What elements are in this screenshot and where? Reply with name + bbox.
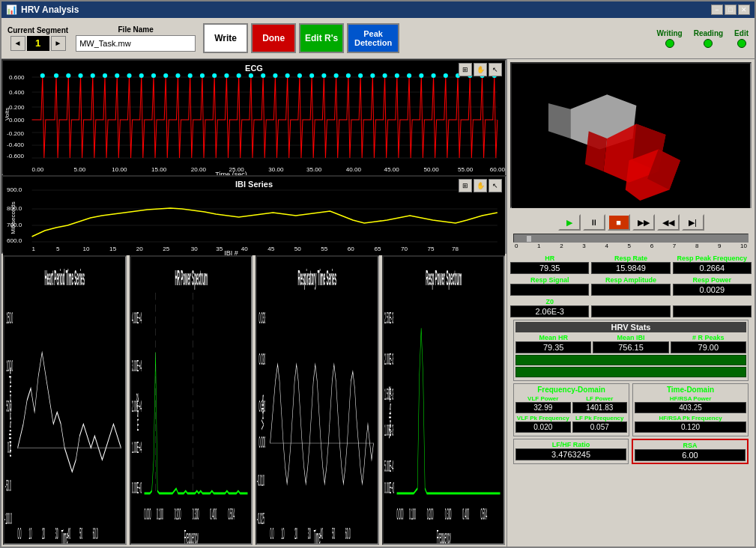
svg-text:0.000: 0.000 [396,505,403,523]
svg-text:0.00E+0: 0.00E+0 [384,478,394,496]
ibi-zoom-icon[interactable]: ⊞ [459,179,472,192]
svg-text:10: 10 [29,524,32,542]
svg-text:70: 70 [401,246,408,252]
r-peaks-label: # R Peaks [692,334,725,341]
writing-status: Writing [656,29,682,48]
fast-forward-button[interactable]: ▶▶ [632,214,655,231]
svg-text:Respiratory Time Series: Respiratory Time Series [297,266,336,290]
svg-point-49 [444,73,448,78]
ibi-chart-icons: ⊞ ✋ ↖ [459,179,502,192]
segment-label: Current Segment [7,26,68,34]
svg-text:-100.0: -100.0 [4,510,12,528]
svg-text:0.033: 0.033 [259,309,266,327]
writing-label: Writing [656,29,682,37]
hf-rsa-pk-freq-stat: HF/RSA Pk Frequency 0.120 [635,415,746,433]
svg-text:0.000: 0.000 [144,505,151,523]
svg-text:35: 35 [216,246,223,252]
svg-text:20: 20 [294,524,297,542]
svg-text:3.00E+4: 3.00E+4 [132,357,142,375]
file-input[interactable] [76,35,196,52]
segment-control: Current Segment ◄ 1 ► [7,26,68,51]
svg-text:0.0: 0.0 [18,524,22,542]
svg-point-41 [346,73,351,78]
edit-r-button[interactable]: Edit R's [299,23,344,53]
hf-rsa-power-value: 403.25 [635,402,746,413]
svg-text:0.300: 0.300 [444,505,451,523]
ecg-zoom-icon[interactable]: ⊞ [459,63,472,76]
hf-rsa-power-label: HF/RSA Power [670,395,712,402]
title-bar-left: 📊 HRV Analysis [6,4,79,15]
svg-point-28 [188,73,193,78]
svg-text:-50.0: -50.0 [5,476,11,494]
svg-text:10.00: 10.00 [112,166,127,173]
hr-resp-row: HR 79.35 Resp Rate 15.9849 Resp Peak Fre… [510,255,752,274]
rsa-label: RSA [635,442,746,449]
progress-thumb[interactable] [526,235,532,243]
ibi-cursor-icon[interactable]: ↖ [489,179,502,192]
play-button[interactable]: ▶ [558,214,581,231]
progress-track[interactable] [513,234,749,243]
lf-hf-label: LF/HF Ratio [515,441,626,448]
file-label: File Name [118,25,154,34]
lf-power-value: 1401.83 [572,402,628,413]
segment-nav: ◄ 1 ► [10,36,66,51]
svg-text:-0.025: -0.025 [257,510,264,528]
svg-text:0.0: 0.0 [270,524,274,542]
svg-text:0.200: 0.200 [174,505,181,523]
bottom-charts: Heart Period Time Series 150.0 100.0 50.… [1,254,506,547]
next-segment-button[interactable]: ► [51,36,66,51]
svg-text:0.020: 0.020 [259,350,266,368]
ecg-title: ECG [245,64,263,73]
stop-button[interactable]: ■ [608,214,630,231]
svg-rect-149 [384,257,504,544]
svg-point-32 [237,73,241,78]
resp-amplitude-value [591,284,670,296]
svg-text:40: 40 [67,524,70,542]
svg-point-40 [334,73,339,78]
prev-segment-button[interactable]: ◄ [10,36,25,51]
close-button[interactable]: ✕ [738,4,750,15]
svg-text:IBI #: IBI # [224,249,238,255]
vlf-power-value: 32.99 [515,402,571,413]
minimize-button[interactable]: − [711,4,723,15]
svg-text:-0.010: -0.010 [257,472,264,490]
resp-amplitude-label: Resp Amplitude [605,276,656,284]
skip-button[interactable]: ▶| [682,214,704,231]
svg-text:0.400: 0.400 [462,505,469,523]
svg-point-22 [115,73,119,78]
main-window: 📊 HRV Analysis − □ ✕ Current Segment ◄ 1… [0,0,756,548]
peak-detection-button[interactable]: PeakDetection [347,23,399,53]
lf-pk-freq-label: LF Pk Frequency [575,415,623,421]
ecg-chart-icons: ⊞ ✋ ↖ [459,63,502,76]
svg-text:0.200: 0.200 [9,104,25,111]
write-button[interactable]: Write [203,23,248,53]
svg-text:4.00E+4: 4.00E+4 [132,309,142,327]
hrv-empty-row2 [515,367,746,377]
done-button[interactable]: Done [251,23,296,53]
ibi-pan-icon[interactable]: ✋ [474,179,487,192]
maximize-button[interactable]: □ [725,4,737,15]
svg-text:0.400: 0.400 [210,505,217,523]
vlf-pk-freq-value: 0.020 [515,421,571,433]
pause-button[interactable]: ⏸ [583,214,605,231]
z0-value: 2.06E-3 [510,305,589,317]
svg-text:50.00: 50.00 [423,166,439,173]
z0-row: Z0 2.06E-3 [510,298,752,317]
rewind-button[interactable]: ◀◀ [657,214,680,231]
ecg-chart: ECG ⊞ ✋ ↖ 0.600 0.400 0.200 0.000 -0.200… [1,59,506,175]
rsa-box: RSA 6.00 [632,439,749,464]
ecg-cursor-icon[interactable]: ↖ [489,63,502,76]
file-section: File Name [76,25,196,52]
hr-value: 79.35 [510,262,589,274]
svg-text:-0.400: -0.400 [7,141,25,148]
svg-text:10: 10 [282,524,285,542]
freq-domain-title: Frequency-Domain [515,386,627,394]
svg-text:Resp Power Spectrum: Resp Power Spectrum [426,266,462,290]
toolbar: Current Segment ◄ 1 ► File Name Write Do… [1,18,755,59]
resp-power-chart: Resp Power Spectrum 2.50E-3 2.00E-3 1.50… [382,255,506,545]
freq-power-row: VLF Power 32.99 LF Power 1401.83 [515,395,627,413]
svg-text:40: 40 [241,246,249,252]
svg-text:20.00: 20.00 [191,166,207,173]
ecg-pan-icon[interactable]: ✋ [474,63,487,76]
svg-point-24 [139,73,144,78]
